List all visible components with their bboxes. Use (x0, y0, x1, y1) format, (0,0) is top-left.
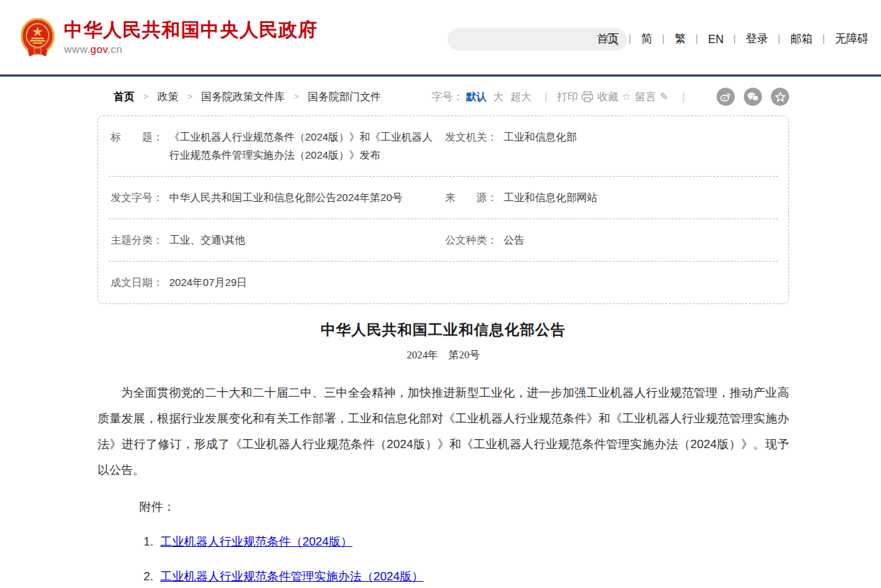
national-emblem-icon (21, 18, 54, 57)
attachments-label: 附件： (139, 499, 789, 515)
site-logo[interactable]: 中华人民共和国中央人民政府 www.gov.cn (21, 18, 318, 57)
meta-doctype-value: 公告 (504, 231, 524, 249)
nav-separator: 丨 (659, 33, 669, 46)
top-nav: 首页丨 简丨 繁丨 EN丨 登录丨 邮箱丨 无障碍 (597, 32, 868, 47)
font-size-large-button[interactable]: 大 (493, 90, 504, 104)
meta-row-category: 主题分类： 工业、交通\其他 公文种类： 公告 (109, 219, 778, 262)
print-label: 打印 (557, 90, 578, 104)
nav-login[interactable]: 登录 (746, 32, 768, 47)
document-meta-table: 标 题： 《工业机器人行业规范条件（2024版）》和《工业机器人行业规范条件管理… (98, 116, 789, 304)
site-url: www.gov.cn (64, 43, 318, 55)
search-input[interactable] (448, 28, 602, 51)
nav-separator: 丨 (692, 33, 702, 46)
nav-accessibility[interactable]: 无障碍 (835, 32, 868, 47)
font-size-tools: 字号： 默认 大 超大 | 打印 收藏 ☆ 留言 ✎ | (432, 90, 694, 104)
toolbar-divider: | (683, 91, 685, 102)
meta-date-value: 2024年07月29日 (169, 273, 247, 292)
article: 中华人民共和国工业和信息化部公告 2024年 第20号 为全面贯彻党的二十大和二… (98, 320, 789, 588)
favorite-label: 收藏 (598, 90, 618, 104)
comment-button[interactable]: 留言 ✎ (635, 90, 669, 104)
wechat-share-icon[interactable] (744, 88, 762, 106)
nav-traditional[interactable]: 繁 (675, 32, 686, 47)
site-url-gov: gov (91, 43, 108, 55)
font-size-label: 字号： (432, 90, 463, 104)
chevron-right-icon: > (187, 92, 192, 102)
comment-label: 留言 (635, 90, 656, 104)
meta-category-label: 主题分类： (111, 231, 163, 249)
page-toolbar: 首页 > 政策 > 国务院政策文件库 > 国务院部门文件 字号： 默认 大 超大… (98, 88, 789, 106)
breadcrumb-library[interactable]: 国务院政策文件库 (201, 90, 285, 104)
nav-simplified[interactable]: 简 (641, 32, 653, 47)
font-size-default-button[interactable]: 默认 (466, 90, 487, 104)
attachment-item: 1. 工业机器人行业规范条件（2024版） (143, 534, 789, 550)
meta-source-value: 工业和信息化部网站 (504, 189, 598, 207)
meta-docnumber-label: 发文字号： (111, 189, 163, 207)
pencil-icon: ✎ (660, 90, 669, 103)
meta-row-docnumber: 发文字号： 中华人民共和国工业和信息化部公告2024年第20号 来 源： 工业和… (109, 177, 778, 219)
meta-docnumber-value: 中华人民共和国工业和信息化部公告2024年第20号 (169, 189, 403, 207)
meta-row-title: 标 题： 《工业机器人行业规范条件（2024版）》和《工业机器人行业规范条件管理… (109, 116, 778, 177)
article-subtitle: 2024年 第20号 (98, 349, 789, 362)
nav-english[interactable]: EN (708, 33, 724, 46)
article-title: 中华人民共和国工业和信息化部公告 (98, 320, 789, 340)
site-title: 中华人民共和国中央人民政府 (64, 19, 318, 40)
star-share-icon[interactable] (771, 88, 789, 106)
meta-date-label: 成文日期： (111, 273, 163, 292)
nav-home[interactable]: 首页 (597, 32, 619, 47)
font-size-xlarge-button[interactable]: 超大 (510, 90, 531, 104)
meta-doctype-label: 公文种类： (445, 231, 497, 249)
meta-source-label: 来 源： (445, 189, 497, 207)
meta-title-label: 标 题： (111, 128, 163, 164)
meta-issuer-label: 发文机关： (445, 128, 497, 164)
article-paragraph: 为全面贯彻党的二十大和二十届二中、三中全会精神，加快推进新型工业化，进一步加强工… (98, 380, 789, 483)
toolbar-divider: | (545, 91, 547, 102)
printer-icon (582, 91, 593, 102)
breadcrumb-home[interactable]: 首页 (114, 90, 134, 104)
chevron-right-icon: > (294, 92, 299, 102)
site-url-suffix: .cn (107, 43, 123, 55)
nav-separator: 丨 (819, 33, 829, 46)
attachment-item: 2. 工业机器人行业规范条件管理实施办法（2024版） (143, 569, 789, 585)
meta-issuer-value: 工业和信息化部 (504, 128, 577, 164)
article-body: 为全面贯彻党的二十大和二十届二中、三中全会精神，加快推进新型工业化，进一步加强工… (98, 380, 789, 483)
site-url-prefix: www. (64, 43, 91, 55)
attachment-link-1[interactable]: 工业机器人行业规范条件（2024版） (160, 534, 352, 550)
site-header: 中华人民共和国中央人民政府 www.gov.cn 首页丨 简丨 繁丨 EN丨 登… (0, 0, 881, 77)
meta-title-value: 《工业机器人行业规范条件（2024版）》和《工业机器人行业规范条件管理实施办法（… (169, 128, 442, 164)
breadcrumb-policy[interactable]: 政策 (157, 90, 178, 104)
breadcrumb: 首页 > 政策 > 国务院政策文件库 > 国务院部门文件 (114, 90, 381, 104)
nav-separator: 丨 (730, 33, 740, 46)
meta-category-value: 工业、交通\其他 (169, 231, 245, 249)
star-icon: ☆ (622, 90, 631, 103)
weibo-share-icon[interactable] (717, 88, 735, 106)
nav-separator: 丨 (774, 33, 784, 46)
meta-row-date: 成文日期： 2024年07月29日 (109, 262, 778, 303)
attachment-link-2[interactable]: 工业机器人行业规范条件管理实施办法（2024版） (160, 569, 423, 585)
nav-separator: 丨 (625, 33, 635, 46)
chevron-right-icon: > (143, 92, 148, 102)
nav-mail[interactable]: 邮箱 (790, 32, 813, 47)
favorite-button[interactable]: 收藏 ☆ (598, 90, 631, 104)
attachment-number: 2. (143, 570, 153, 584)
print-button[interactable]: 打印 (557, 90, 593, 104)
attachment-number: 1. (143, 535, 153, 549)
breadcrumb-dept-docs[interactable]: 国务院部门文件 (308, 90, 381, 104)
share-tools (708, 88, 789, 106)
